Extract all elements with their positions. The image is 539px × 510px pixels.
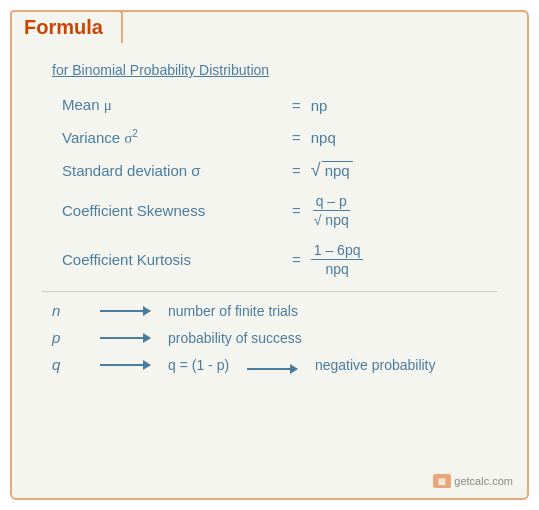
arrow-p xyxy=(100,337,150,339)
formula-tab: Formula xyxy=(10,10,123,43)
arrow-q2 xyxy=(247,368,297,370)
brand-icon: ▤ xyxy=(433,474,451,488)
kurtosis-numer: 1 – 6pq xyxy=(311,242,364,260)
mean-eq: = xyxy=(292,97,301,114)
skewness-eq: = xyxy=(292,202,301,219)
skewness-row: Coefficient Skewness = q – p √ npq xyxy=(62,193,497,228)
legend-desc-n: number of finite trials xyxy=(168,303,298,319)
variance-eq: = xyxy=(292,129,301,146)
legend-section: n number of finite trials p probability … xyxy=(42,291,497,373)
mean-row: Mean μ = np xyxy=(62,96,497,114)
kurtosis-fraction: 1 – 6pq npq xyxy=(311,242,364,277)
stddev-value: √ npq xyxy=(311,161,353,179)
variance-label: Variance σ2 xyxy=(62,128,282,147)
arrow-line-p xyxy=(100,337,150,339)
skewness-label: Coefficient Skewness xyxy=(62,202,282,219)
brand-text: getcalc.com xyxy=(454,475,513,487)
arrow-line-n xyxy=(100,310,150,312)
arrow-n xyxy=(100,310,150,312)
sqrt-symbol: √ xyxy=(311,161,321,179)
kurtosis-row: Coefficient Kurtosis = 1 – 6pq npq xyxy=(62,242,497,277)
legend-key-p: p xyxy=(52,329,82,346)
variance-row: Variance σ2 = npq xyxy=(62,128,497,147)
stddev-row: Standard deviation σ = √ npq xyxy=(62,161,497,179)
brand: ▤ getcalc.com xyxy=(433,474,513,488)
stddev-eq: = xyxy=(292,162,301,179)
mean-value: np xyxy=(311,97,328,114)
legend-q-neg: negative probability xyxy=(315,357,436,373)
legend-n: n number of finite trials xyxy=(52,302,497,319)
kurtosis-eq: = xyxy=(292,251,301,268)
kurtosis-denom: npq xyxy=(322,260,351,277)
skewness-value: q – p √ npq xyxy=(311,193,352,228)
variance-value: npq xyxy=(311,129,336,146)
tab-label: Formula xyxy=(24,16,103,38)
legend-q: q q = (1 - p) negative probability xyxy=(52,356,497,373)
legend-desc-q: q = (1 - p) negative probability xyxy=(168,357,436,373)
stddev-label: Standard deviation σ xyxy=(62,162,282,179)
skewness-numer: q – p xyxy=(313,193,350,211)
legend-key-q: q xyxy=(52,356,82,373)
card-body: for Binomial Probability Distribution Me… xyxy=(12,12,527,403)
arrow-q xyxy=(100,364,150,366)
legend-q-eq: q = (1 - p) xyxy=(168,357,229,373)
skewness-denom: √ npq xyxy=(311,211,352,228)
skewness-fraction: q – p √ npq xyxy=(311,193,352,228)
legend-p: p probability of success xyxy=(52,329,497,346)
formula-card: Formula for Binomial Probability Distrib… xyxy=(10,10,529,500)
sqrt-content: npq xyxy=(322,161,353,179)
subtitle: for Binomial Probability Distribution xyxy=(52,62,497,78)
legend-desc-p: probability of success xyxy=(168,330,302,346)
arrow-line-q2 xyxy=(247,368,297,370)
legend-key-n: n xyxy=(52,302,82,319)
mean-label: Mean μ xyxy=(62,96,282,114)
arrow-line-q xyxy=(100,364,150,366)
kurtosis-value: 1 – 6pq npq xyxy=(311,242,364,277)
kurtosis-label: Coefficient Kurtosis xyxy=(62,251,282,268)
